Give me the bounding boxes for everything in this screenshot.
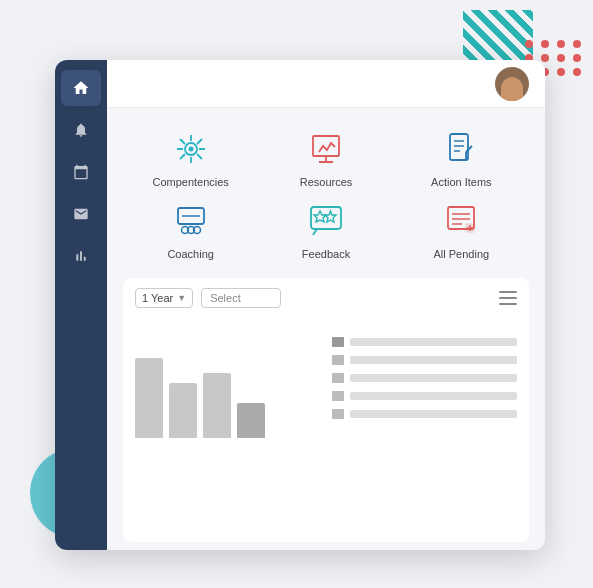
bar-2 xyxy=(169,383,197,438)
chart-controls: 1 Year ▼ Select xyxy=(135,288,517,308)
svg-line-7 xyxy=(197,154,202,159)
svg-rect-34 xyxy=(499,291,517,293)
main-content: Compentencies Resources xyxy=(107,60,545,550)
legend-line-4 xyxy=(350,392,517,400)
compentencies-icon-container xyxy=(165,128,217,170)
all-pending-icon xyxy=(438,202,484,240)
legend-line-5 xyxy=(350,410,517,418)
legend-row-1 xyxy=(332,337,517,347)
resources-icon-container xyxy=(300,128,352,170)
chart-search-input[interactable]: Select xyxy=(201,288,281,308)
chart-legend xyxy=(332,318,517,438)
avatar xyxy=(495,67,529,101)
sidebar-item-reports[interactable] xyxy=(61,238,101,274)
coaching-label: Coaching xyxy=(167,248,213,260)
legend-box-2 xyxy=(332,355,344,365)
compentencies-label: Compentencies xyxy=(152,176,228,188)
svg-line-8 xyxy=(197,139,202,144)
resources-item[interactable]: Resources xyxy=(262,128,389,188)
compentencies-item[interactable]: Compentencies xyxy=(127,128,254,188)
feedback-item[interactable]: Feedback xyxy=(262,200,389,260)
bell-icon xyxy=(73,122,89,138)
svg-line-17 xyxy=(466,146,472,152)
svg-rect-24 xyxy=(311,207,341,229)
sidebar-item-home[interactable] xyxy=(61,70,101,106)
all-pending-icon-container xyxy=(435,200,487,242)
svg-point-1 xyxy=(188,147,193,152)
bar-4 xyxy=(237,403,265,438)
svg-rect-36 xyxy=(499,303,517,305)
chart-bars xyxy=(135,318,320,438)
coaching-item[interactable]: Coaching xyxy=(127,200,254,260)
chart-menu-icon[interactable] xyxy=(499,291,517,305)
legend-row-5 xyxy=(332,409,517,419)
legend-row-2 xyxy=(332,355,517,365)
svg-marker-26 xyxy=(325,211,336,222)
svg-line-9 xyxy=(180,154,185,159)
year-select-arrow: ▼ xyxy=(177,293,186,303)
home-icon xyxy=(72,79,90,97)
coaching-icon xyxy=(168,202,214,240)
compentencies-icon xyxy=(168,130,214,168)
action-items-icon xyxy=(438,130,484,168)
resources-label: Resources xyxy=(300,176,353,188)
header xyxy=(107,60,545,108)
all-pending-item[interactable]: All Pending xyxy=(398,200,525,260)
legend-row-4 xyxy=(332,391,517,401)
bar-1 xyxy=(135,358,163,438)
legend-box-1 xyxy=(332,337,344,347)
action-items-icon-container xyxy=(435,128,487,170)
chart-body xyxy=(135,318,517,438)
chart-section: 1 Year ▼ Select xyxy=(123,278,529,542)
legend-box-4 xyxy=(332,391,344,401)
svg-rect-35 xyxy=(499,297,517,299)
legend-line-1 xyxy=(350,338,517,346)
bar-3 xyxy=(203,373,231,438)
coaching-icon-container xyxy=(165,200,217,242)
sidebar-item-messages[interactable] xyxy=(61,196,101,232)
feedback-icon xyxy=(303,202,349,240)
sidebar xyxy=(55,60,107,550)
avatar-face xyxy=(501,77,523,101)
chart-icon xyxy=(73,248,89,264)
sidebar-item-calendar[interactable] xyxy=(61,154,101,190)
year-select-label: 1 Year xyxy=(142,292,173,304)
feedback-icon-container xyxy=(300,200,352,242)
resources-icon xyxy=(303,130,349,168)
dashboard-grid: Compentencies Resources xyxy=(107,108,545,270)
action-items-label: Action Items xyxy=(431,176,492,188)
mail-icon xyxy=(73,206,89,222)
sidebar-item-notifications[interactable] xyxy=(61,112,101,148)
all-pending-label: All Pending xyxy=(434,248,490,260)
year-select[interactable]: 1 Year ▼ xyxy=(135,288,193,308)
action-items-item[interactable]: Action Items xyxy=(398,128,525,188)
calendar-icon xyxy=(73,164,89,180)
app-window: Compentencies Resources xyxy=(55,60,545,550)
legend-line-2 xyxy=(350,356,517,364)
svg-line-6 xyxy=(180,139,185,144)
legend-box-3 xyxy=(332,373,344,383)
chart-search-placeholder: Select xyxy=(210,292,241,304)
feedback-label: Feedback xyxy=(302,248,350,260)
svg-marker-25 xyxy=(314,211,326,222)
legend-row-3 xyxy=(332,373,517,383)
legend-box-5 xyxy=(332,409,344,419)
legend-line-3 xyxy=(350,374,517,382)
